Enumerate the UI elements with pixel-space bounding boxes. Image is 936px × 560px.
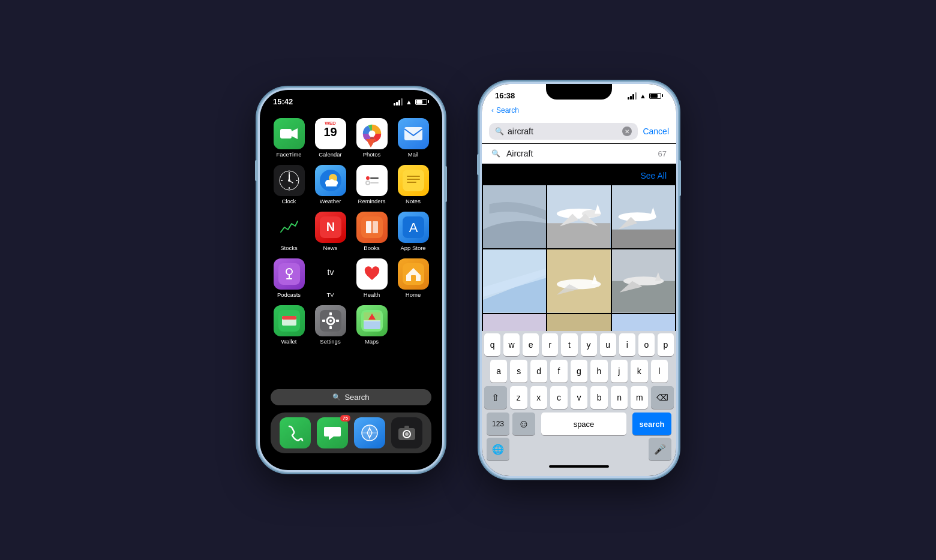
photo-cell-5[interactable] — [547, 249, 610, 312]
key-l[interactable]: l — [651, 360, 668, 383]
home-screen: 15:42 ▲ — [260, 90, 442, 470]
shift-key[interactable]: ⇧ — [484, 386, 507, 409]
app-mail[interactable]: Mail — [395, 118, 431, 158]
photo-cell-2[interactable] — [547, 185, 610, 248]
svg-rect-82 — [612, 249, 675, 312]
svg-rect-25 — [403, 170, 424, 191]
app-stocks[interactable]: Stocks — [271, 212, 307, 251]
dock-camera[interactable] — [391, 417, 422, 448]
svg-point-52 — [329, 320, 332, 322]
app-podcasts[interactable]: Podcasts — [271, 258, 307, 298]
app-news[interactable]: N News — [312, 212, 349, 251]
app-facetime[interactable]: FaceTime — [271, 118, 307, 158]
space-key[interactable]: space — [541, 413, 626, 435]
cancel-button[interactable]: Cancel — [643, 127, 669, 136]
key-x[interactable]: x — [530, 386, 548, 409]
clock-label: Clock — [282, 198, 296, 204]
svg-rect-83 — [612, 281, 675, 313]
dock: 75 — [271, 413, 431, 453]
key-k[interactable]: k — [631, 360, 647, 383]
search-pill[interactable]: 🔍 Search — [271, 389, 431, 405]
key-u[interactable]: u — [600, 333, 616, 356]
key-q[interactable]: q — [484, 333, 500, 356]
key-g[interactable]: g — [571, 360, 587, 383]
app-photos[interactable]: Photos — [353, 118, 390, 158]
status-icons: ▲ — [394, 98, 429, 106]
app-health[interactable]: Health — [353, 258, 390, 298]
appletv-label: TV — [326, 291, 334, 298]
svg-rect-0 — [280, 129, 292, 139]
photo-cell-6[interactable] — [612, 249, 675, 312]
search-bar-row: 🔍 aircraft ✕ Cancel — [482, 119, 676, 143]
key-d[interactable]: d — [530, 360, 547, 383]
key-o[interactable]: o — [638, 333, 655, 356]
photo-cell-1[interactable] — [483, 185, 546, 248]
svg-point-70 — [405, 432, 409, 436]
podcasts-icon — [274, 258, 305, 290]
app-grid-row5: Wallet — [260, 302, 442, 348]
dock-safari[interactable] — [354, 417, 385, 448]
app-weather[interactable]: Weather — [312, 165, 349, 204]
app-books[interactable]: Books — [353, 212, 390, 251]
key-r[interactable]: r — [542, 333, 558, 356]
photo-cell-3[interactable] — [612, 185, 675, 248]
app-appletv[interactable]: tv TV — [312, 258, 349, 298]
photo-cell-4[interactable] — [483, 249, 546, 312]
search-key[interactable]: search — [632, 413, 671, 435]
key-c[interactable]: c — [550, 386, 568, 409]
app-wallet[interactable]: Wallet — [271, 305, 307, 345]
search-input-box[interactable]: 🔍 aircraft ✕ — [489, 123, 638, 140]
keyboard-row4: 123 ☺ space search — [482, 410, 676, 436]
photos-label: Photos — [363, 151, 381, 158]
key-w[interactable]: w — [503, 333, 520, 356]
app-settings[interactable]: Settings — [312, 305, 349, 345]
search-clear-button[interactable]: ✕ — [622, 127, 632, 136]
app-appstore[interactable]: A App Store — [395, 212, 431, 251]
dock-messages[interactable]: 75 — [317, 417, 348, 448]
app-calendar[interactable]: WED 19 Calendar — [312, 118, 349, 158]
dock-phone[interactable] — [280, 417, 311, 448]
search-screen: 16:38 ▲ — [482, 84, 676, 476]
key-t[interactable]: t — [561, 333, 577, 356]
app-maps[interactable]: Maps — [353, 305, 390, 345]
key-e[interactable]: e — [523, 333, 539, 356]
back-nav[interactable]: ‹ Search — [482, 104, 676, 119]
space-key-label: space — [574, 420, 595, 429]
globe-key[interactable]: 🌐 — [487, 438, 509, 460]
app-notes[interactable]: Notes — [395, 165, 431, 204]
app-reminders[interactable]: Reminders — [353, 165, 390, 204]
svg-rect-32 — [361, 216, 383, 238]
app-clock[interactable]: Clock — [271, 165, 307, 204]
key-m[interactable]: m — [631, 386, 648, 409]
emoji-key[interactable]: ☺ — [512, 413, 535, 435]
mic-key[interactable]: 🎤 — [649, 438, 671, 460]
key-h[interactable]: h — [590, 360, 607, 383]
key-a[interactable]: a — [490, 360, 507, 383]
suggestion-row[interactable]: 🔍 Aircraft 67 — [482, 144, 676, 164]
search-key-label: search — [640, 420, 665, 429]
app-home[interactable]: Home — [395, 258, 431, 298]
key-y[interactable]: y — [581, 333, 597, 356]
key-b[interactable]: b — [590, 386, 608, 409]
news-icon: N — [315, 212, 346, 243]
phone-search-screen: 16:38 ▲ — [480, 82, 678, 478]
svg-rect-4 — [404, 127, 422, 140]
notes-label: Notes — [406, 198, 421, 204]
keyboard-row5: 🌐 🎤 — [482, 436, 676, 462]
svg-rect-54 — [329, 326, 332, 329]
key-s[interactable]: s — [510, 360, 527, 383]
key-n[interactable]: n — [611, 386, 628, 409]
health-icon — [356, 258, 388, 290]
key-f[interactable]: f — [550, 360, 567, 383]
delete-key[interactable]: ⌫ — [651, 386, 674, 409]
num-key[interactable]: 123 — [487, 413, 509, 435]
key-v[interactable]: v — [571, 386, 588, 409]
key-p[interactable]: p — [658, 333, 674, 356]
svg-point-74 — [557, 209, 601, 219]
key-j[interactable]: j — [611, 360, 628, 383]
see-all-button[interactable]: See All — [640, 171, 667, 180]
key-z[interactable]: z — [510, 386, 527, 409]
key-i[interactable]: i — [619, 333, 635, 356]
stocks-label: Stocks — [280, 245, 298, 251]
svg-rect-27 — [407, 179, 420, 180]
